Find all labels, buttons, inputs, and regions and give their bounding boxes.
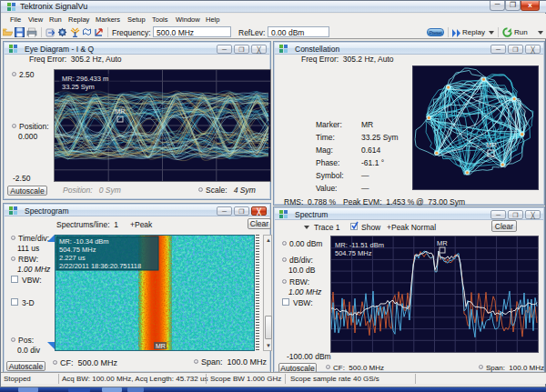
svg-text:MR: MR [156,343,166,349]
svg-text:2/22/2011 18:36:20.751118: 2/22/2011 18:36:20.751118 [59,262,141,270]
svg-text:33.25 Sym: 33.25 Sym [62,83,95,91]
svg-text:504.75 MHz: 504.75 MHz [335,249,372,257]
svg-text:MR: MR [115,107,126,116]
svg-text:MR: -11.51 dBm: MR: -11.51 dBm [335,241,384,249]
svg-text:2.227 us: 2.227 us [59,254,86,262]
svg-text:MR: MR [437,239,448,247]
svg-text:MR: 296.433 m: MR: 296.433 m [62,75,108,83]
svg-text:504.75 MHz: 504.75 MHz [59,246,96,254]
svg-text:MR: -10.34 dBm: MR: -10.34 dBm [59,237,109,246]
svg-text:MR: MR [486,141,497,149]
